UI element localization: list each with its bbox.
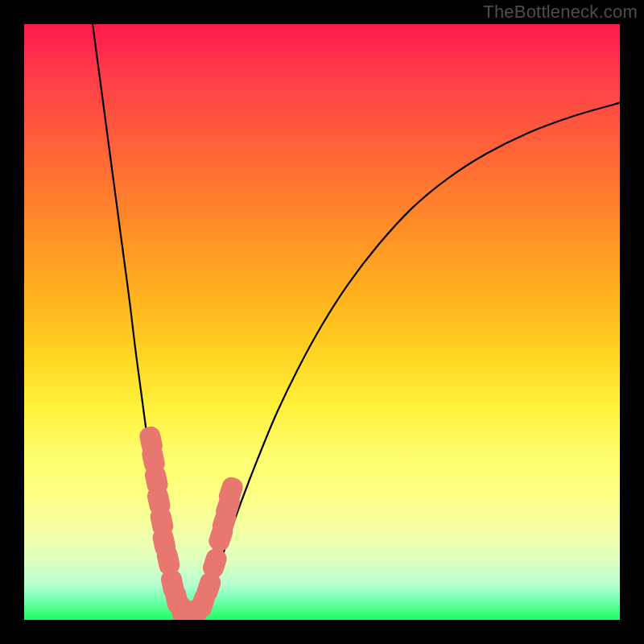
watermark-text: TheBottleneck.com	[483, 2, 638, 23]
plot-area	[24, 24, 620, 620]
marker-group	[138, 425, 246, 620]
curve-left-arm	[93, 24, 189, 619]
chart-frame: TheBottleneck.com	[0, 0, 644, 644]
chart-svg	[24, 24, 620, 620]
curve-right-arm	[189, 103, 620, 619]
